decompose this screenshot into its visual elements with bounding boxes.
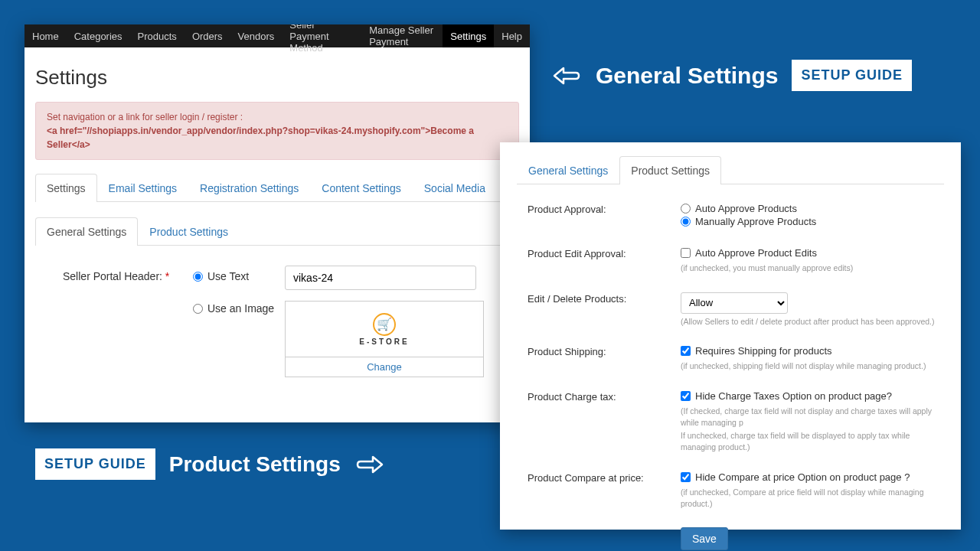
edit-delete-select[interactable]: Allow bbox=[681, 292, 788, 314]
alert-line1: Set navigation or a link for seller logi… bbox=[47, 110, 508, 124]
product-shipping-label: Product Shipping: bbox=[528, 345, 681, 372]
product-edit-approval-label: Product Edit Approval: bbox=[528, 247, 681, 274]
edit-delete-hint: (Allow Sellers to edit / delete product … bbox=[681, 316, 944, 328]
tax-hint-1: (If checked, charge tax field will not d… bbox=[681, 406, 944, 428]
setup-guide-badge-2: SETUP GUIDE bbox=[35, 448, 155, 480]
product-tax-label: Product Charge tax: bbox=[528, 390, 681, 453]
save-button[interactable]: Save bbox=[681, 527, 728, 550]
card2-tab-general[interactable]: General Settings bbox=[517, 156, 619, 184]
compare-hint: (if unchecked, Compare at price field wi… bbox=[681, 487, 944, 509]
page-title: Settings bbox=[24, 47, 530, 102]
change-image-link[interactable]: Change bbox=[286, 357, 483, 377]
inner-tab-general[interactable]: General Settings bbox=[35, 217, 138, 246]
seller-portal-header-label: Seller Portal Header: * bbox=[63, 266, 193, 377]
product-settings-banner: SETUP GUIDE Product Settings bbox=[35, 448, 385, 480]
auto-approve-radio[interactable]: Auto Approve Products bbox=[681, 203, 797, 214]
inner-tab-product[interactable]: Product Settings bbox=[138, 217, 240, 245]
tab-registration-settings[interactable]: Registration Settings bbox=[188, 174, 310, 201]
estore-logo-icon: 🛒 bbox=[373, 313, 396, 336]
nav-home[interactable]: Home bbox=[24, 24, 67, 47]
tab-email-settings[interactable]: Email Settings bbox=[97, 174, 188, 201]
product-compare-label: Product Compare at price: bbox=[528, 471, 681, 509]
hide-charge-tax-checkbox[interactable]: Hide Charge Taxes Option on product page… bbox=[681, 390, 892, 402]
tab-settings[interactable]: Settings bbox=[35, 174, 97, 202]
setup-guide-badge: SETUP GUIDE bbox=[792, 60, 912, 91]
hide-compare-price-checkbox[interactable]: Hide Compare at price Option on product … bbox=[681, 471, 910, 483]
pointer-right-icon bbox=[354, 452, 385, 478]
estore-logo-label: E-STORE bbox=[359, 337, 409, 346]
settings-tabs: Settings Email Settings Registration Set… bbox=[35, 174, 519, 202]
manual-approve-radio[interactable]: Manually Approve Products bbox=[681, 216, 816, 227]
use-image-radio[interactable]: Use an Image bbox=[193, 302, 285, 315]
requires-shipping-checkbox[interactable]: Requires Shipping for products bbox=[681, 345, 832, 357]
edit-approval-hint: (if unchecked, you must manually approve… bbox=[681, 262, 944, 274]
header-image-box: 🛒 E-STORE Change bbox=[285, 301, 484, 377]
shipping-hint: (if unchecked, shipping field will not d… bbox=[681, 360, 944, 372]
product-settings-title: Product Settings bbox=[169, 452, 341, 477]
auto-approve-edits-checkbox[interactable]: Auto Approve Product Edits bbox=[681, 247, 817, 259]
tax-hint-2: If unchecked, charge tax field will be d… bbox=[681, 430, 944, 452]
seller-header-text-input[interactable] bbox=[285, 266, 476, 290]
use-text-radio[interactable]: Use Text bbox=[193, 270, 285, 282]
card2-tab-product[interactable]: Product Settings bbox=[619, 156, 721, 184]
nav-settings[interactable]: Settings bbox=[443, 24, 494, 47]
edit-delete-label: Edit / Delete Products: bbox=[528, 292, 681, 328]
nav-manage-seller-payment[interactable]: Manage Seller Payment bbox=[361, 24, 443, 47]
general-settings-window: Home Categories Products Orders Vendors … bbox=[24, 24, 530, 422]
general-settings-banner: General Settings SETUP GUIDE bbox=[551, 60, 912, 91]
general-settings-title: General Settings bbox=[596, 63, 778, 89]
product-approval-label: Product Approval: bbox=[528, 203, 681, 229]
tab-social-media[interactable]: Social Media bbox=[413, 174, 497, 201]
pointer-left-icon bbox=[551, 63, 582, 89]
tab-content-settings[interactable]: Content Settings bbox=[310, 174, 413, 201]
nav-products[interactable]: Products bbox=[130, 24, 185, 47]
top-navbar: Home Categories Products Orders Vendors … bbox=[24, 24, 530, 47]
nav-orders[interactable]: Orders bbox=[185, 24, 230, 47]
nav-categories[interactable]: Categories bbox=[67, 24, 130, 47]
card2-inner-tabs: General Settings Product Settings bbox=[517, 156, 944, 184]
nav-help[interactable]: Help bbox=[494, 24, 530, 47]
nav-seller-payment-method[interactable]: Seller Payment Method bbox=[282, 24, 361, 47]
inner-settings-tabs: General Settings Product Settings bbox=[35, 217, 519, 246]
product-settings-window: General Settings Product Settings Produc… bbox=[500, 142, 961, 530]
nav-vendors[interactable]: Vendors bbox=[230, 24, 283, 47]
alert-line2: <a href="//shopiapps.in/vendor_app/vendo… bbox=[47, 126, 474, 150]
seller-link-alert: Set navigation or a link for seller logi… bbox=[35, 102, 519, 160]
